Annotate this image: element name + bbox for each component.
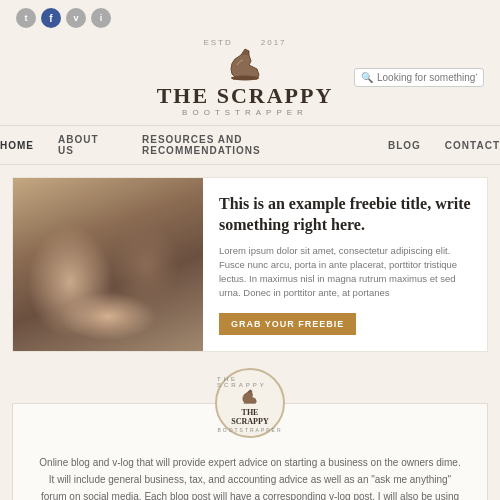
- grab-freebie-button[interactable]: GRAB YOUR FREEBIE: [219, 313, 356, 335]
- info-text: Online blog and v-log that will provide …: [37, 454, 463, 500]
- logo-estd: ESTD 2017: [203, 38, 286, 47]
- nav-blog[interactable]: BLOG: [388, 140, 421, 151]
- search-box[interactable]: 🔍: [354, 68, 484, 87]
- hero-image: [13, 178, 203, 351]
- social-icons: t f v i: [16, 8, 111, 28]
- instagram-icon[interactable]: i: [91, 8, 111, 28]
- logo-area: ESTD 2017 THE SCRAPPY BOOTSTRAPPER: [136, 38, 354, 117]
- logo-subtitle: BOOTSTRAPPER: [182, 108, 308, 117]
- nav: HOME ABOUT US RESOURCES AND RECOMMENDATI…: [0, 125, 500, 165]
- header: ESTD 2017 THE SCRAPPY BOOTSTRAPPER 🔍: [0, 32, 500, 121]
- nav-home[interactable]: HOME: [0, 140, 34, 151]
- hero-body: Lorem ipsum dolor sit amet, consectetur …: [219, 244, 471, 301]
- search-input[interactable]: [377, 72, 477, 83]
- facebook-icon[interactable]: f: [41, 8, 61, 28]
- logo-title: THE SCRAPPY: [157, 85, 334, 107]
- search-icon: 🔍: [361, 72, 373, 83]
- hero-section: This is an example freebie title, write …: [12, 177, 488, 352]
- hero-title: This is an example freebie title, write …: [219, 194, 471, 236]
- svg-point-0: [231, 76, 259, 81]
- nav-contact[interactable]: CONTACT: [445, 140, 500, 151]
- hero-content: This is an example freebie title, write …: [203, 178, 487, 351]
- vimeo-icon[interactable]: v: [66, 8, 86, 28]
- circle-boot-icon: [239, 388, 261, 409]
- boot-icon: [223, 47, 267, 83]
- circle-text-top: THE SCRAPPY: [217, 376, 283, 388]
- twitter-icon[interactable]: t: [16, 8, 36, 28]
- nav-about[interactable]: ABOUT US: [58, 134, 118, 156]
- circle-logo-sub: BOOTSTRAPPER: [217, 427, 282, 433]
- circle-logo-title: THESCRAPPY: [231, 409, 268, 427]
- nav-resources[interactable]: RESOURCES AND RECOMMENDATIONS: [142, 134, 364, 156]
- circle-logo: THE SCRAPPY THESCRAPPY BOOTSTRAPPER: [215, 368, 285, 438]
- top-bar: t f v i: [0, 0, 500, 32]
